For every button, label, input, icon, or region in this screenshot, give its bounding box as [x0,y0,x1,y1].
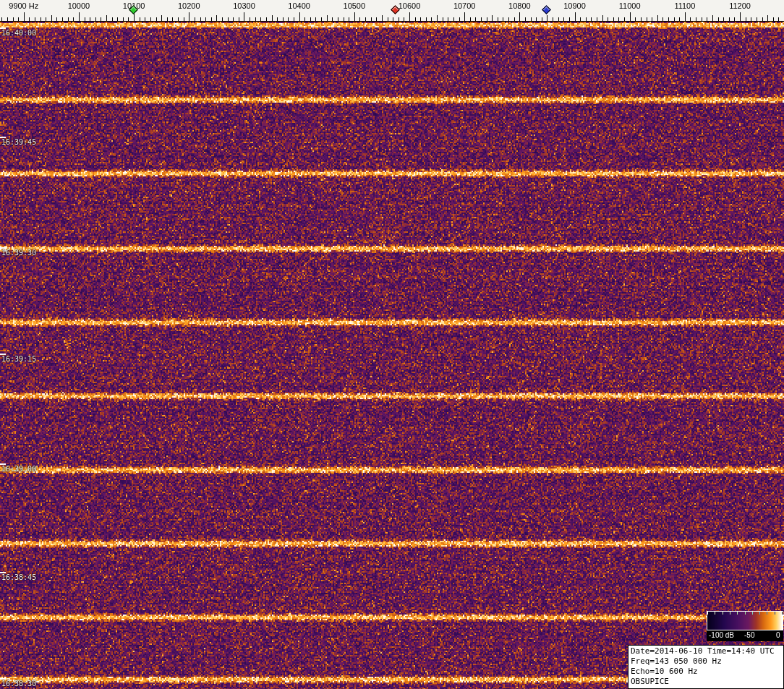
frequency-ruler[interactable]: 9900 Hz100001010010200103001040010500106… [0,0,784,22]
freq-tick-label: 11100 [674,1,695,10]
color-scale-legend: -100 dB-500 [707,611,783,641]
freq-tick-label: 10200 [178,1,200,10]
info-line: Freq=143 050 000 Hz [631,656,781,667]
freq-tick-label: 10700 [453,1,476,10]
color-scale-gradient [707,611,783,630]
spectrogram-app: 9900 Hz100001010010200103001040010500106… [0,0,784,689]
info-line: Echo=10 600 Hz [631,667,781,677]
freq-tick-label: 11200 [729,1,751,10]
color-scale-labels: -100 dB-500 [707,630,783,641]
freq-tick-label: 11000 [619,1,641,10]
legend-tick-label: -100 dB [709,631,734,639]
info-box: Date=2014-06-10 Time=14:40 UTCFreq=143 0… [628,645,784,689]
freq-tick-label: 10900 [563,1,586,10]
info-line: Date=2014-06-10 Time=14:40 UTC [631,646,781,656]
freq-tick-label: 10400 [288,1,310,10]
freq-tick-label: 10600 [399,1,421,10]
freq-tick-label: 10500 [344,1,366,10]
legend-tick-label: -50 [744,631,754,639]
legend-tick-label: 0 [776,631,780,639]
freq-tick-label: 10300 [233,1,255,10]
freq-tick-label: 10000 [68,1,90,10]
freq-tick-label: 10800 [508,1,531,10]
spectrogram-canvas [0,22,784,689]
freq-tick-label: 9900 Hz [9,1,38,10]
info-line: OBSUPICE [631,677,781,687]
